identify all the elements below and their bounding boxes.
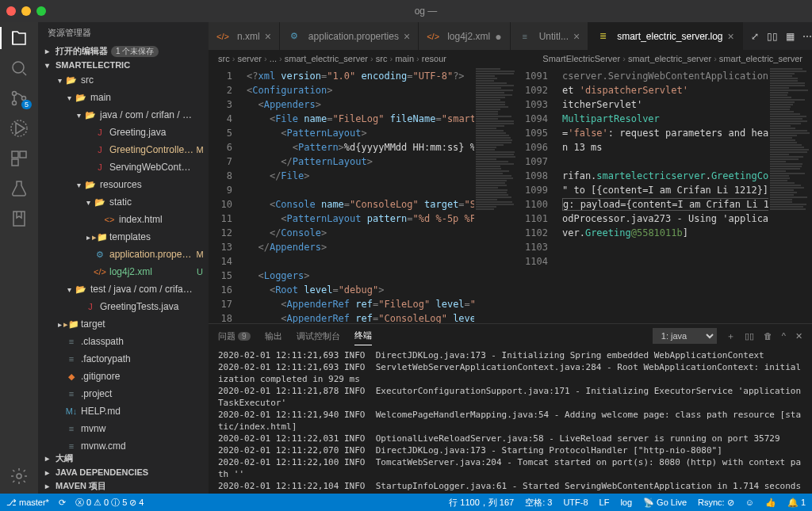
tree-item[interactable]: JGreeting.java [38,124,209,141]
thumbsup-icon[interactable]: 👍 [765,498,776,508]
code-content[interactable]: <?xml version="1.0" encoding="UTF-8"?><C… [240,67,474,323]
maven-section[interactable]: ▸MAVEN 项目 [38,479,209,494]
tree-item[interactable]: JGreetingTests.java [38,298,209,315]
terminal-content[interactable]: 2020-02-01 12:11:21,693 INFO DirectJDKLo… [209,348,812,494]
tree-item[interactable]: ≡mvnw.cmd [38,437,209,451]
bookmark-icon[interactable] [10,209,29,228]
chevron-right-icon: ▸ [41,47,52,55]
split-icon[interactable]: ▯▯ [767,31,778,42]
eol-status[interactable]: LF [599,498,610,507]
branch-status[interactable]: ⎇ master* [6,498,49,508]
search-icon[interactable] [10,59,29,78]
more-icon[interactable]: ⋯ [802,31,812,42]
layout-icon[interactable]: ▦ [786,31,795,42]
test-icon[interactable] [10,179,29,198]
problems-tab[interactable]: 问题9 [218,327,251,345]
titlebar: og — [0,0,812,22]
maximize-window[interactable] [36,6,46,16]
terminal-tab[interactable]: 终端 [354,326,372,345]
settings-icon[interactable] [10,467,29,486]
project-name: SMARTELECTRIC [56,60,130,70]
tab-bar: </>n.xml×⚙application.properties×</>log4… [209,22,812,50]
editor-tab[interactable]: </>n.xml× [209,22,280,50]
rsync-status[interactable]: Rsync: ⊘ [698,498,734,508]
svg-rect-5 [12,151,18,158]
tree-item[interactable]: ≡.project [38,385,209,402]
tree-item[interactable]: ▾📂main [38,89,209,106]
tree-item[interactable]: ≡.factorypath [38,350,209,368]
open-editors-label: 打开的编辑器 [56,45,108,57]
editor-tab[interactable]: ≡Untitl...× [511,22,589,50]
unsaved-badge: 1 个未保存 [111,46,159,57]
problems-status[interactable]: ⓧ 0 ⚠ 0 ⓘ 5 ⊘ 4 [75,497,144,509]
open-editors-section[interactable]: ▸ 打开的编辑器 1 个未保存 [38,44,209,59]
tree-item[interactable]: ▾📂test / java / com / crifan / smar... [38,280,209,298]
editor-tab[interactable]: ⚙application.properties× [280,22,419,50]
tree-item[interactable]: ≡.classpath [38,333,209,350]
tree-item[interactable]: JServingWebContentApplicati... [38,158,209,176]
debug-icon[interactable] [10,119,29,138]
java-deps-section[interactable]: ▸JAVA DEPENDENCIES [38,466,209,479]
tree-item[interactable]: ◆.gitignore [38,368,209,385]
sidebar-title: 资源管理器 [38,22,209,44]
line-gutter: 1091109210931094109510961097109810991100… [518,67,556,323]
minimap[interactable] [768,67,812,323]
project-section[interactable]: ▾ SMARTELECTRIC [38,59,209,71]
sync-status[interactable]: ⟳ [59,498,66,508]
editor-pane-left[interactable]: 123456789101112131415161718192021 <?xml … [209,67,518,323]
bell-icon[interactable]: 🔔 1 [787,498,806,508]
svg-point-2 [13,101,17,105]
compare-icon[interactable]: ⤢ [751,31,759,42]
encoding-status[interactable]: UTF-8 [563,498,588,507]
minimap[interactable] [474,67,518,323]
tree-item[interactable]: ▾📂resources [38,176,209,193]
window-controls [6,6,46,16]
editor-tab[interactable]: </>log4j2.xml● [419,22,511,50]
chevron-down-icon: ▾ [41,61,52,70]
golive-status[interactable]: 📡 Go Live [643,498,687,508]
close-window[interactable] [6,6,16,16]
svg-rect-6 [20,151,26,158]
scm-icon[interactable]: 5 [10,89,29,108]
code-content[interactable]: cserver.ServingWebContentApplication wit… [556,67,768,323]
debug-console-tab[interactable]: 调试控制台 [297,327,340,345]
svg-rect-7 [12,159,18,166]
output-tab[interactable]: 输出 [265,327,282,345]
tree-item[interactable]: ▾📂src [38,71,209,89]
trash-icon[interactable]: 🗑 [764,331,772,341]
activity-bar: 5 [0,22,38,494]
editor-tab[interactable]: ≣smart_electric_server.log× [588,22,743,50]
minimize-window[interactable] [21,6,31,16]
svg-point-9 [17,474,21,479]
explorer-icon[interactable] [10,29,29,48]
tree-item[interactable]: <>index.html [38,211,209,228]
terminal-select[interactable]: 1: java [653,328,717,344]
tree-item[interactable]: ▾📂static [38,193,209,211]
tree-item[interactable]: ▸▸📁templates [38,228,209,246]
feedback-icon[interactable]: ☺ [745,498,754,507]
tree-item[interactable]: ▸▸📁target [38,315,209,333]
cursor-position[interactable]: 行 1100，列 167 [449,497,514,509]
tree-item[interactable]: M↓HELP.md [38,402,209,420]
panel-tabs: 问题9 输出 调试控制台 终端 1: java ＋ ▯▯ 🗑 ^ ✕ [209,324,812,348]
file-tree: ▾📂src▾📂main▾📂java / com / crifan / smar.… [38,71,209,451]
tree-item[interactable]: JGreetingController.javaM [38,141,209,158]
tree-item[interactable]: ▾📂java / com / crifan / smar... [38,106,209,124]
outline-section[interactable]: ▸大綱 [38,451,209,466]
close-panel-icon[interactable]: ✕ [795,331,802,341]
sidebar: 资源管理器 ▸ 打开的编辑器 1 个未保存 ▾ SMARTELECTRIC ▾📂… [38,22,209,494]
line-gutter: 123456789101112131415161718192021 [209,67,240,323]
tree-item[interactable]: ⚙application.propertiesM [38,246,209,263]
breadcrumb[interactable]: src › server › ... › smart_electric_serv… [209,50,812,67]
extensions-icon[interactable] [10,149,29,168]
new-terminal-icon[interactable]: ＋ [726,330,735,342]
maximize-panel-icon[interactable]: ^ [782,331,786,341]
split-terminal-icon[interactable]: ▯▯ [745,331,754,341]
tree-item[interactable]: </>log4j2.xmlU [38,263,209,280]
language-status[interactable]: log [620,498,632,507]
editor-pane-right[interactable]: 1091109210931094109510961097109810991100… [518,67,812,323]
editor-area: </>n.xml×⚙application.properties×</>log4… [209,22,812,494]
tree-item[interactable]: ≡mvnw [38,420,209,437]
window-title: og — [46,6,806,17]
indent-status[interactable]: 空格: 3 [525,497,552,509]
